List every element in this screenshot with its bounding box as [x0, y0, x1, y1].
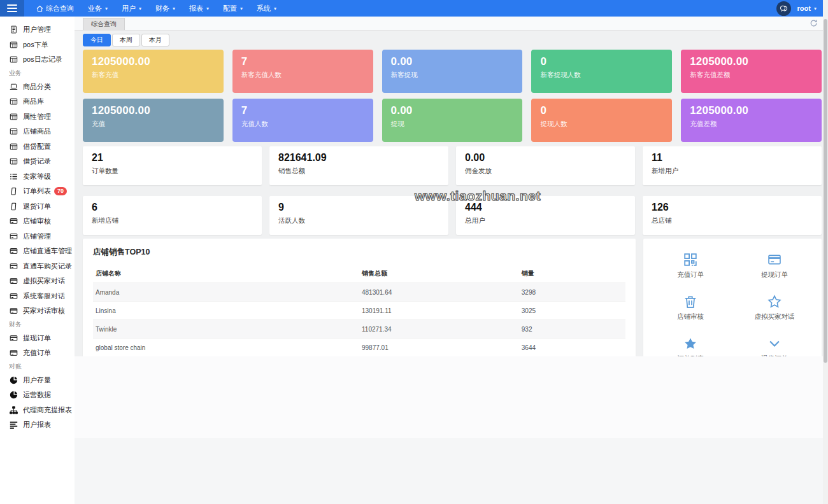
- table-icon: [9, 41, 18, 49]
- sidebar-item-4[interactable]: 商品分类: [0, 80, 75, 95]
- nav-item-label: 配置: [223, 4, 237, 13]
- refresh-icon[interactable]: [810, 19, 818, 27]
- summary-label: 活跃人数: [278, 216, 439, 225]
- table-icon: [9, 127, 18, 136]
- main-content: 综合查询 今日本周本月 1205000.00新客充值7新客充值人数0.00新客提…: [75, 17, 828, 504]
- summary-value: 444: [465, 202, 626, 213]
- count-badge: 70: [54, 187, 67, 195]
- sidebar-item-label: 商品库: [23, 97, 44, 106]
- empty-footer-panel: [75, 356, 828, 438]
- sidebar-item-label: 借贷配置: [23, 142, 51, 151]
- top10-title: 店铺销售TOP10: [93, 247, 625, 258]
- sidebar-item-12[interactable]: 退货订单: [0, 199, 75, 214]
- chat-button[interactable]: [776, 1, 791, 16]
- nav-item-4[interactable]: 财务▾: [148, 0, 182, 17]
- sidebar-item-label: 订单列表: [23, 186, 51, 196]
- sidebar-item-label: 店铺直通车管理: [23, 246, 72, 256]
- nav-item-2[interactable]: 业务▾: [81, 0, 115, 17]
- quick-link-label: 充值订单: [677, 270, 704, 279]
- filter-button-2[interactable]: 本周: [112, 34, 140, 46]
- sidebar-item-21[interactable]: 提现订单: [0, 331, 75, 346]
- table-icon: [9, 143, 18, 151]
- table-row: Amanda481301.643298: [93, 283, 625, 302]
- sidebar-item-27[interactable]: 用户报表: [0, 417, 75, 433]
- top10-table: 店铺名称销售总额销量 Amanda481301.643298Linsina130…: [93, 265, 625, 357]
- stat-label: 新客提现: [391, 71, 514, 80]
- stat-card: 1205000.00新客充值差额: [681, 50, 822, 93]
- summary-card: 821641.09销售总额: [269, 146, 448, 185]
- mobile-icon: [9, 202, 18, 211]
- stat-card: 1205000.00充值差额: [681, 99, 822, 142]
- table-cell: 3644: [519, 339, 625, 357]
- sidebar-item-18[interactable]: 系统客服对话: [0, 289, 75, 304]
- filter-button-3[interactable]: 本月: [141, 34, 169, 46]
- sidebar-item-24[interactable]: 用户存量: [0, 373, 75, 388]
- sidebar-item-25[interactable]: 运营数据: [0, 388, 75, 403]
- sidebar-item-label: 充值订单: [23, 348, 51, 358]
- summary-value: 6: [92, 202, 253, 213]
- nav-item-7[interactable]: 系统▾: [250, 0, 283, 17]
- summary-label: 新增用户: [652, 167, 813, 176]
- table-cell: Twinkle: [93, 320, 359, 339]
- sidebar-section-label: 业务: [9, 69, 22, 78]
- quick-link-1[interactable]: 充值订单: [648, 253, 732, 279]
- nav-item-5[interactable]: 报表▾: [182, 0, 216, 17]
- sidebar-item-19[interactable]: 买家对话审核: [0, 304, 75, 319]
- quick-link-4[interactable]: 虚拟买家对话: [732, 295, 817, 321]
- pie-chart-icon: [9, 391, 18, 399]
- sidebar-item-26[interactable]: 代理商充提报表: [0, 403, 75, 418]
- sidebar-item-7[interactable]: 店铺商品: [0, 124, 75, 139]
- summary-card: 444总用户: [456, 196, 635, 235]
- sidebar-item-10[interactable]: 卖家等级: [0, 169, 75, 185]
- sidebar-item-22[interactable]: 充值订单: [0, 346, 75, 361]
- sidebar-item-13[interactable]: 店铺审核: [0, 214, 75, 229]
- page-scrollbar: [823, 0, 828, 504]
- sidebar-toggle-button[interactable]: [0, 0, 24, 17]
- table-cell: 3025: [519, 302, 625, 320]
- star-outline-icon: [767, 295, 782, 309]
- sidebar-item-label: 店铺审核: [23, 216, 51, 226]
- nav-item-label: 报表: [189, 4, 203, 13]
- caret-down-icon: ▾: [240, 6, 243, 11]
- quick-link-2[interactable]: 提现订单: [732, 253, 817, 279]
- sidebar-item-9[interactable]: 借贷记录: [0, 154, 75, 169]
- sidebar-item-label: 提现订单: [23, 333, 51, 343]
- summary-cards-row-2: 6新增店铺9活跃人数444总用户126总店铺: [83, 196, 822, 235]
- table-cell: 99877.01: [359, 339, 519, 357]
- scrollbar-thumb[interactable]: [824, 19, 827, 363]
- table-cell: 110271.34: [359, 320, 519, 339]
- sidebar-item-1[interactable]: pos下单: [0, 38, 75, 53]
- caret-down-icon: ▾: [206, 6, 209, 11]
- stat-value: 0.00: [391, 104, 514, 117]
- nav-item-6[interactable]: 配置▾: [216, 0, 250, 17]
- tab-general-query[interactable]: 综合查询: [83, 18, 125, 30]
- sidebar-item-11[interactable]: 订单列表70: [0, 184, 75, 199]
- quick-link-3[interactable]: 店铺审核: [648, 295, 732, 321]
- nav-item-label: 用户: [122, 4, 136, 13]
- sidebar-item-0[interactable]: 用户管理: [0, 22, 75, 38]
- user-name: root: [797, 4, 811, 12]
- nav-item-1[interactable]: 综合查询: [29, 0, 81, 17]
- sidebar-item-14[interactable]: 店铺管理: [0, 229, 75, 244]
- table-cell: 932: [519, 320, 625, 339]
- date-filter-group: 今日本周本月: [83, 34, 169, 46]
- summary-value: 21: [92, 152, 253, 164]
- user-menu[interactable]: root ▾: [797, 4, 817, 12]
- credit-card-icon: [9, 292, 18, 300]
- table-cell: 3298: [519, 283, 625, 302]
- credit-card-icon: [9, 247, 18, 255]
- sidebar-item-label: 用户存量: [23, 375, 51, 385]
- stat-card: 1205000.00充值: [83, 99, 224, 142]
- sidebar-item-15[interactable]: 店铺直通车管理: [0, 244, 75, 259]
- sidebar-item-2[interactable]: pos日志记录: [0, 52, 75, 67]
- stat-label: 提现: [391, 120, 514, 129]
- stat-label: 充值: [92, 120, 215, 129]
- sidebar-item-5[interactable]: 商品库: [0, 94, 75, 109]
- sidebar-item-16[interactable]: 直通车购买记录: [0, 259, 75, 274]
- filter-button-1[interactable]: 今日: [83, 34, 111, 46]
- sidebar-item-6[interactable]: 属性管理: [0, 109, 75, 125]
- sidebar-item-8[interactable]: 借贷配置: [0, 139, 75, 155]
- nav-item-3[interactable]: 用户▾: [115, 0, 148, 17]
- stat-value: 1205000.00: [690, 55, 813, 68]
- sidebar-item-17[interactable]: 虚拟买家对话: [0, 274, 75, 289]
